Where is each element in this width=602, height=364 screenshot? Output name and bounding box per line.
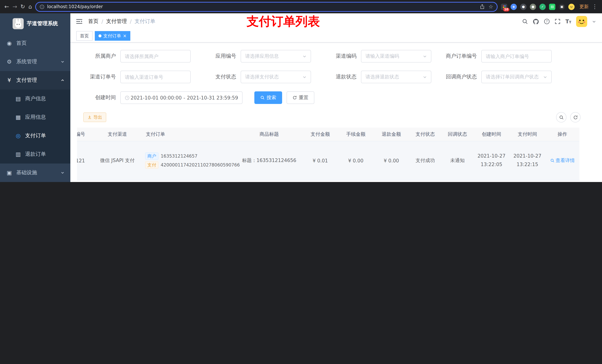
export-button[interactable]: 导出 — [83, 113, 106, 122]
caret-down-icon[interactable] — [592, 20, 596, 23]
extension-icon-gray[interactable]: ● — [530, 3, 536, 10]
site-info-icon[interactable] — [40, 4, 45, 9]
tab-pay-order[interactable]: 支付订单 × — [95, 31, 130, 41]
cell-order: 商户 1635312124657 支付 42000011742021102780… — [141, 141, 236, 180]
cell-pay-time: 2021-10-2713:22:15 — [509, 141, 545, 180]
reset-button[interactable]: 重置 — [287, 91, 314, 104]
tab-home[interactable]: 首页 — [76, 31, 93, 41]
pay-tag: 支付 — [145, 161, 159, 169]
col-title: 商品标题 — [236, 128, 302, 141]
sidebar-item-pay-order[interactable]: ◎ 支付订单 — [0, 126, 70, 145]
cell-create-time: 2021-10-2713:22:05 — [473, 141, 509, 180]
channel-code-select[interactable]: 请输入渠道编码 — [361, 50, 431, 62]
table-row: 120 微信 JSAPI 支付 商户 1635311949168 支付 4200… — [77, 180, 580, 182]
browser-menu-icon[interactable]: ⋮ — [592, 4, 598, 10]
pay-status-select[interactable]: 请选择支付状态 — [241, 71, 311, 83]
merchant-label: 所属商户 — [77, 53, 120, 60]
sidebar-item-app-info[interactable]: ▦ 应用信息 — [0, 108, 70, 126]
channel-order-no-label: 渠道订单号 — [77, 74, 120, 80]
cell-pay-time: 2021-10-2713:19:15 — [509, 180, 545, 182]
font-size-icon[interactable]: TT — [566, 19, 571, 24]
help-icon[interactable]: ? — [544, 19, 550, 24]
update-button[interactable]: 更新 — [580, 3, 589, 10]
extension-icon-blue[interactable]: ◈ — [511, 3, 517, 10]
address-bar[interactable]: localhost:1024/pay/order ☆ — [35, 2, 498, 12]
refund-status-label: 退款状态 — [318, 74, 361, 80]
clock-icon — [125, 95, 129, 100]
cell-amount: ¥ 0.01 — [302, 180, 338, 182]
table-row: 121 微信 JSAPI 支付 商户 1635312124657 支付 4200… — [77, 141, 580, 180]
bookmark-star-icon[interactable]: ☆ — [489, 4, 493, 10]
view-detail-link[interactable]: 查看详情 — [550, 157, 575, 164]
cell-action: 查看详情 — [545, 180, 580, 182]
home-icon[interactable]: ⌂ — [28, 4, 32, 10]
cell-title: 标题：1635311949168 — [236, 180, 302, 182]
channel-code-label: 渠道编码 — [318, 53, 361, 60]
cell-action: 查看详情 — [545, 141, 580, 180]
merchant-order-no-label: 商户订单编号 — [438, 53, 481, 60]
credit-card-icon: ▤ — [15, 95, 22, 102]
chevron-down-icon — [61, 171, 64, 175]
sidebar-logo[interactable]: 芋道管理系统 — [0, 13, 70, 34]
toggle-search-button[interactable] — [556, 112, 567, 123]
browser-chrome: ← → ↻ ⌂ localhost:1024/pay/order ☆ 10 ◈ … — [0, 0, 602, 13]
cell-fee: ¥ 0.00 — [338, 180, 374, 182]
grid-icon: ▦ — [15, 114, 22, 121]
col-amount: 支付金额 — [302, 128, 338, 141]
tags-view-bar: 首页 支付订单 × — [70, 30, 602, 42]
sidebar-item-refund-order[interactable]: ▥ 退款订单 — [0, 145, 70, 164]
close-tab-icon[interactable]: × — [123, 34, 127, 38]
sidebar-item-merchant-info[interactable]: ▤ 商户信息 — [0, 90, 70, 108]
extension-icon-chat[interactable]: ▤ — [549, 3, 555, 10]
back-icon[interactable]: ← — [4, 4, 9, 10]
cell-channel: 微信 JSAPI 支付 — [93, 141, 141, 180]
sidebar: 芋道管理系统 ◉ 首页 ⚙ 系统管理 ¥ 支付管理 — [0, 13, 70, 182]
payment-submenu: ▤ 商户信息 ▦ 应用信息 ◎ 支付订单 ▥ 退款订单 — [0, 90, 70, 164]
search-icon[interactable] — [522, 19, 528, 24]
col-refund: 退款金额 — [374, 128, 409, 141]
chevron-down-icon — [543, 75, 547, 79]
hamburger-icon[interactable] — [76, 19, 83, 24]
create-time-range-picker[interactable]: 2021-10-01 00:00:00 - 2021-10-31 23:59:5… — [120, 91, 243, 104]
cell-refund: ¥ 0.00 — [374, 180, 409, 182]
cell-callback-status: 未通知 — [441, 141, 473, 180]
col-pay-time: 支付时间 — [509, 128, 545, 141]
app-title: 芋道管理系统 — [27, 20, 58, 27]
user-avatar[interactable] — [576, 16, 587, 27]
col-action: 操作 — [545, 128, 580, 141]
merchant-order-no-input[interactable] — [481, 50, 552, 62]
extension-icon-dark[interactable]: ● — [520, 3, 527, 10]
share-icon[interactable] — [480, 4, 485, 9]
extensions-grid-icon[interactable]: 10 — [501, 3, 507, 10]
sidebar-item-system[interactable]: ⚙ 系统管理 — [0, 52, 70, 71]
breadcrumb-home[interactable]: 首页 — [88, 18, 98, 25]
app-no-select[interactable]: 请选择应用信息 — [241, 50, 311, 62]
channel-order-no-input[interactable] — [120, 71, 191, 83]
cell-refund: ¥ 0.00 — [374, 141, 409, 180]
merchant-input[interactable] — [120, 50, 191, 62]
callback-status-select[interactable]: 请选择订单回调商户状态 — [481, 71, 552, 83]
extension-icon-pin[interactable]: ▣ — [559, 3, 565, 10]
col-id: 编号 — [77, 128, 93, 141]
col-callback-status: 回调状态 — [441, 128, 473, 141]
cell-order: 商户 1635311949168 支付 42000011812021102777… — [141, 180, 236, 182]
breadcrumb: 首页 / 支付管理 / 支付订单 — [88, 18, 155, 25]
sidebar-item-payment[interactable]: ¥ 支付管理 — [0, 71, 70, 90]
sidebar-item-home[interactable]: ◉ 首页 — [0, 34, 70, 52]
monitor-icon: ▣ — [6, 169, 13, 176]
github-icon[interactable] — [533, 18, 539, 25]
refund-status-select[interactable]: 请选择退款状态 — [361, 71, 431, 83]
table-header-row: 编号 支付渠道 支付订单 商品标题 支付金额 手续金额 退款金额 支付状态 回调… — [77, 128, 580, 141]
document-icon: ▥ — [15, 151, 22, 157]
extension-icon-green-check[interactable]: ✓ — [539, 3, 546, 10]
app-no-label: 应用编号 — [197, 53, 241, 60]
search-button[interactable]: 搜索 — [254, 91, 282, 104]
reload-icon[interactable]: ↻ — [20, 4, 25, 10]
fullscreen-icon[interactable] — [555, 19, 561, 24]
sidebar-item-infra[interactable]: ▣ 基础设施 — [0, 164, 70, 182]
col-create-time: 创建时间 — [473, 128, 509, 141]
forward-icon[interactable]: → — [12, 4, 17, 10]
profile-avatar-icon[interactable] — [568, 3, 575, 10]
breadcrumb-section[interactable]: 支付管理 — [106, 18, 127, 25]
refresh-button[interactable] — [570, 112, 580, 123]
